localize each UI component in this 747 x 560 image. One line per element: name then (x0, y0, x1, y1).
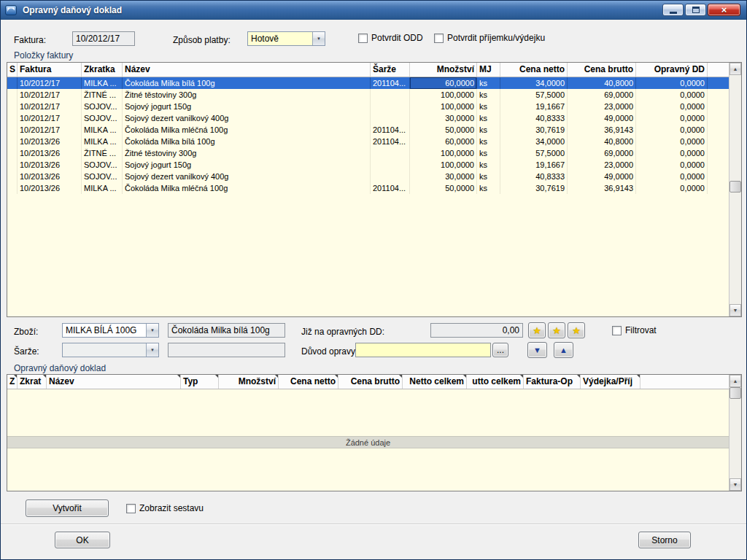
invoice-item-cell[interactable]: MILKA ... (82, 182, 123, 194)
move-up-button[interactable]: ▲ (554, 342, 573, 358)
invoice-item-cell[interactable]: 0,0000 (636, 77, 708, 89)
invoice-item-row[interactable]: 10/2013/26ŽITNÉ ...Žitné těstoviny 300g1… (7, 147, 729, 159)
invoice-item-cell[interactable]: SOJOV... (82, 101, 123, 112)
invoice-item-cell[interactable]: 10/2013/26 (18, 171, 82, 182)
invoice-item-cell[interactable]: 10/2013/26 (18, 147, 82, 159)
checkbox-box[interactable] (126, 504, 136, 513)
column-header[interactable]: Cena netto (279, 375, 338, 389)
invoice-item-cell[interactable]: 201104... (371, 77, 410, 89)
titlebar[interactable]: Opravný daňový doklad × (1, 1, 746, 20)
invoice-item-cell[interactable]: Čokoláda Milka bílá 100g (123, 77, 371, 89)
invoice-item-cell[interactable]: 10/2012/17 (18, 112, 82, 124)
invoice-item-cell[interactable]: ŽITNÉ ... (82, 89, 123, 101)
invoice-item-cell[interactable] (7, 101, 18, 112)
invoice-item-cell[interactable]: 40,8333 (500, 171, 568, 182)
invoice-item-cell[interactable] (371, 171, 410, 182)
column-header[interactable]: S (7, 63, 18, 77)
invoice-item-cell[interactable]: 0,0000 (636, 101, 708, 112)
column-header[interactable]: Cena brutto (568, 63, 636, 77)
invoice-item-row[interactable]: 10/2012/17ŽITNÉ ...Žitné těstoviny 300g1… (7, 89, 729, 101)
invoice-item-cell[interactable]: ks (477, 101, 500, 112)
invoice-item-cell[interactable]: 49,0000 (568, 171, 636, 182)
invoice-item-cell[interactable] (7, 171, 18, 182)
invoice-item-cell[interactable]: SOJOV... (82, 159, 123, 171)
invoice-item-cell[interactable]: 0,0000 (636, 159, 708, 171)
invoice-item-cell[interactable]: 0,0000 (636, 171, 708, 182)
invoice-item-cell[interactable]: 10/2013/26 (18, 182, 82, 194)
invoice-item-cell[interactable]: 0,0000 (636, 112, 708, 124)
column-header[interactable]: Množství (219, 375, 279, 389)
invoice-item-cell[interactable]: ks (477, 171, 500, 182)
column-header[interactable]: Zkratka (82, 63, 123, 77)
invoice-item-cell[interactable]: Sojový jogurt 150g (123, 159, 371, 171)
invoice-item-cell[interactable]: 36,9143 (568, 182, 636, 194)
column-header[interactable]: Množství (410, 63, 477, 77)
invoice-item-cell[interactable]: 69,0000 (568, 89, 636, 101)
column-header[interactable]: Opravný DD (636, 63, 708, 77)
invoice-item-cell[interactable] (7, 182, 18, 194)
invoice-item-cell[interactable]: ks (477, 136, 500, 147)
faktura-input[interactable]: 10/2012/17 (72, 31, 135, 46)
invoice-item-cell[interactable]: 10/2012/17 (18, 124, 82, 136)
invoice-item-cell[interactable]: 19,1667 (500, 159, 568, 171)
invoice-item-cell[interactable]: 30,0000 (410, 112, 477, 124)
invoice-item-cell[interactable]: 201104... (371, 124, 410, 136)
invoice-item-cell[interactable]: 100,0000 (410, 89, 477, 101)
scrollbar-thumb[interactable] (729, 181, 741, 192)
invoice-item-row[interactable]: 10/2013/26MILKA ...Čokoláda Milka mléčná… (7, 182, 729, 194)
column-header[interactable]: MJ (477, 63, 500, 77)
invoice-item-cell[interactable]: 50,0000 (410, 182, 477, 194)
invoice-item-cell[interactable]: ks (477, 159, 500, 171)
invoice-item-cell[interactable]: MILKA ... (82, 136, 123, 147)
invoice-item-cell[interactable]: 10/2012/17 (18, 89, 82, 101)
scrollbar-thumb[interactable] (729, 387, 741, 399)
invoice-item-cell[interactable] (7, 136, 18, 147)
duvod-opravy-input[interactable] (355, 343, 491, 357)
invoice-item-cell[interactable]: 201104... (371, 136, 410, 147)
invoice-item-cell[interactable]: 10/2013/26 (18, 136, 82, 147)
invoice-item-cell[interactable]: 30,7619 (500, 182, 568, 194)
column-header[interactable]: Netto celkem (403, 375, 467, 389)
invoice-item-cell[interactable]: SOJOV... (82, 171, 123, 182)
sarze-dropdown-button[interactable]: ▼ (146, 343, 158, 357)
invoice-item-cell[interactable]: 0,0000 (636, 147, 708, 159)
column-header[interactable]: Výdejka/Příj (581, 375, 640, 389)
invoice-item-cell[interactable] (371, 89, 410, 101)
zbozi-dropdown-button[interactable]: ▼ (146, 324, 158, 337)
invoice-item-cell[interactable]: ŽITNÉ ... (82, 147, 123, 159)
invoice-item-cell[interactable] (7, 112, 18, 124)
invoice-item-cell[interactable]: 57,5000 (500, 89, 568, 101)
zbozi-name-field[interactable]: Čokoláda Milka bílá 100g (168, 323, 285, 338)
checkbox-box[interactable] (358, 34, 368, 43)
invoice-item-cell[interactable] (371, 147, 410, 159)
minimize-button[interactable] (662, 4, 684, 16)
invoice-item-cell[interactable]: 40,8000 (568, 77, 636, 89)
checkbox-filtrovat[interactable]: Filtrovat (612, 325, 657, 335)
move-down-button[interactable]: ▼ (527, 342, 547, 358)
invoice-item-row[interactable]: 10/2013/26MILKA ...Čokoláda Milka bílá 1… (7, 136, 729, 147)
invoice-item-cell[interactable]: 0,0000 (636, 182, 708, 194)
invoice-item-row[interactable]: 10/2012/17SOJOV...Sojový jogurt 150g100,… (7, 101, 729, 112)
invoice-item-cell[interactable] (7, 159, 18, 171)
invoice-item-row[interactable]: 10/2013/26SOJOV...Sojový dezert vanilkov… (7, 171, 729, 182)
invoice-item-cell[interactable]: 40,8000 (568, 136, 636, 147)
invoice-item-cell[interactable]: 60,0000 (410, 77, 477, 89)
duvod-browse-button[interactable]: ... (492, 343, 508, 357)
invoice-item-cell[interactable] (7, 147, 18, 159)
invoice-item-cell[interactable]: 19,1667 (500, 101, 568, 112)
column-header[interactable]: Cena netto (500, 63, 568, 77)
invoice-item-cell[interactable]: MILKA ... (82, 124, 123, 136)
invoice-item-cell[interactable]: Žitné těstoviny 300g (123, 89, 371, 101)
checkbox-potvrdit-prijemka[interactable]: Potvrdit příjemku/výdejku (434, 33, 545, 43)
column-header[interactable]: Cena brutto (338, 375, 403, 389)
invoice-item-cell[interactable]: Sojový dezert vanilkový 400g (123, 171, 371, 182)
invoice-item-cell[interactable]: 57,5000 (500, 147, 568, 159)
invoice-item-cell[interactable]: MILKA ... (82, 77, 123, 89)
maximize-button[interactable] (685, 4, 706, 16)
invoice-item-cell[interactable]: 0,0000 (636, 89, 708, 101)
invoice-item-cell[interactable] (371, 101, 410, 112)
invoice-item-cell[interactable]: Sojový jogurt 150g (123, 101, 371, 112)
invoice-item-cell[interactable]: SOJOV... (82, 112, 123, 124)
odd-grid-scrollbar[interactable]: ▲ ▼ (729, 375, 741, 491)
checkbox-zobrazit-sestavu[interactable]: Zobrazit sestavu (126, 503, 204, 513)
